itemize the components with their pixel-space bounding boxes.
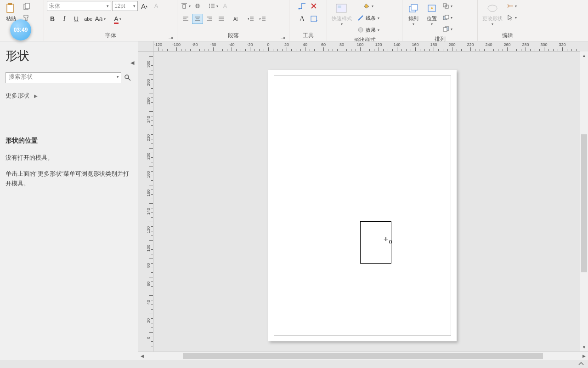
- strike-button[interactable]: abc: [83, 14, 94, 24]
- panel-collapse-button[interactable]: ◀: [130, 60, 134, 66]
- vscroll-thumb[interactable]: [581, 134, 587, 272]
- bold-button[interactable]: B: [47, 14, 58, 24]
- bring-front-button[interactable]: ▾: [442, 12, 453, 23]
- fill-button[interactable]: ▾: [356, 1, 381, 11]
- arrange-button[interactable]: 排列▾: [405, 1, 422, 27]
- bullets-button[interactable]: ▾: [208, 1, 219, 11]
- italic-button[interactable]: I: [59, 14, 70, 24]
- increase-indent-button[interactable]: [257, 14, 268, 24]
- search-placeholder: 搜索形状: [9, 73, 33, 80]
- ribbon-group-tools: A 工具: [289, 0, 327, 41]
- scroll-left-button[interactable]: ◀: [138, 352, 146, 360]
- page-margin: ✛: [274, 75, 451, 336]
- rectangle-shape[interactable]: [360, 221, 391, 264]
- ruler-h-label: -60: [210, 42, 216, 47]
- scroll-down-button[interactable]: ▼: [580, 343, 588, 351]
- ruler-h-label: 300: [540, 42, 547, 47]
- svg-point-51: [125, 75, 129, 79]
- ruler-v-label: 40: [146, 300, 151, 305]
- change-case-button[interactable]: Aa▾: [95, 14, 106, 24]
- quick-style-label: 快速样式: [332, 16, 352, 21]
- vertical-ruler[interactable]: 3002802602402202001801601401201008060402…: [138, 52, 153, 351]
- arrange-icon: [407, 2, 420, 15]
- hscroll-thumb[interactable]: [183, 353, 543, 359]
- align-top-button[interactable]: ▾: [180, 1, 191, 11]
- ruler-v-label: 60: [146, 282, 151, 286]
- panel-msg2: 单击上面的"更多形状"菜单可浏览形状类别并打开模具。: [6, 169, 132, 189]
- connector-tool-button[interactable]: [297, 1, 308, 11]
- ruler-h-label: 320: [559, 42, 565, 47]
- horizontal-scrollbar[interactable]: ◀ ▶: [138, 351, 588, 360]
- font-name-combo[interactable]: 宋体 ▾: [47, 1, 111, 11]
- dialog-launcher-icon[interactable]: [281, 34, 285, 39]
- scroll-right-button[interactable]: ▶: [580, 352, 588, 360]
- ruler-v-label: 80: [146, 263, 151, 268]
- svg-rect-3: [25, 3, 29, 9]
- font-color-button[interactable]: A ▾: [112, 14, 123, 24]
- more-shapes-menu[interactable]: 更多形状 ▶: [6, 92, 132, 100]
- send-back-button[interactable]: ▾: [442, 24, 453, 34]
- align-justify-button[interactable]: [216, 14, 227, 24]
- group-button[interactable]: ▾: [442, 1, 453, 11]
- panel-title: 形状: [6, 48, 132, 64]
- ruler-v-label: 100: [146, 245, 151, 252]
- vertical-scrollbar[interactable]: ▲ ▼: [580, 52, 588, 351]
- text-block-button[interactable]: [309, 14, 320, 24]
- cursor-handle-icon: [389, 241, 392, 243]
- quick-style-button[interactable]: 快速样式 ▾: [330, 1, 354, 27]
- ruler-h-label: 240: [485, 42, 492, 47]
- connection-point-button[interactable]: [309, 1, 320, 11]
- search-button[interactable]: [123, 72, 132, 83]
- line-button[interactable]: 线条▾: [356, 13, 381, 23]
- clear-format-button[interactable]: A: [220, 1, 231, 11]
- effect-button[interactable]: 效果▾: [356, 25, 381, 35]
- dialog-launcher-icon[interactable]: [169, 34, 173, 39]
- quick-style-icon: [335, 2, 348, 15]
- change-shape-button[interactable]: 更改形状▾: [481, 1, 504, 27]
- decrease-indent-button[interactable]: [245, 14, 256, 24]
- align-middle-button[interactable]: [192, 1, 203, 11]
- ruler-v-label: 240: [146, 116, 151, 123]
- ruler-h-label: 120: [375, 42, 382, 47]
- canvas-viewport[interactable]: ✛: [153, 52, 580, 351]
- ribbon-group-paragraph: ▾ ▾ A A 段落: [177, 0, 289, 41]
- ruler-corner: [138, 41, 153, 52]
- align-right-button[interactable]: [204, 14, 215, 24]
- svg-rect-36: [311, 16, 317, 22]
- shrink-font-button[interactable]: A: [151, 1, 162, 11]
- align-center-button[interactable]: [192, 14, 203, 24]
- edit-tool-button[interactable]: ▾: [506, 1, 517, 11]
- pointer-tool-button[interactable]: ▾: [506, 12, 517, 23]
- text-direction-button[interactable]: A: [231, 14, 242, 24]
- ruler-h-label: 260: [503, 42, 510, 47]
- ruler-h-label: 140: [393, 42, 400, 47]
- shapes-panel: 形状 ◀ 搜索形状 ▾ 更多形状 ▶ 形状的位置 没有打开的模具。 单击上面的"…: [0, 41, 138, 360]
- drawing-page[interactable]: ✛: [268, 70, 457, 341]
- paragraph-group-label: 段落: [180, 30, 286, 41]
- collapse-ribbon-button[interactable]: [578, 362, 584, 366]
- text-tool-button[interactable]: A: [297, 14, 308, 24]
- paste-button[interactable]: 粘贴: [3, 1, 19, 22]
- ruler-h-label: 280: [522, 42, 529, 47]
- search-shapes-input[interactable]: 搜索形状 ▾: [6, 72, 121, 83]
- copy-button[interactable]: [21, 2, 32, 12]
- position-button[interactable]: 位置▾: [424, 1, 440, 27]
- svg-point-33: [298, 8, 300, 10]
- svg-point-50: [488, 5, 497, 12]
- ruler-v-label: 120: [146, 226, 151, 233]
- ruler-h-label: -40: [228, 42, 234, 47]
- panel-subheading: 形状的位置: [6, 137, 132, 145]
- align-left-button[interactable]: [180, 14, 191, 24]
- ruler-v-label: 140: [146, 208, 151, 215]
- horizontal-ruler[interactable]: -120-100-80-60-40-2002040608010012014016…: [153, 41, 580, 52]
- font-size-combo[interactable]: 12pt ▾: [112, 1, 138, 11]
- scroll-up-button[interactable]: ▲: [580, 52, 588, 60]
- font-color-icon: A: [114, 15, 118, 23]
- paste-icon: [5, 2, 17, 15]
- font-size-value: 12pt: [114, 3, 125, 9]
- svg-rect-5: [183, 5, 186, 8]
- grow-font-button[interactable]: A▴: [139, 1, 150, 11]
- ribbon-group-edit: 更改形状▾ ▾ ▾ 编辑: [478, 0, 537, 41]
- underline-button[interactable]: U: [71, 14, 82, 24]
- ruler-h-label: -80: [192, 42, 198, 47]
